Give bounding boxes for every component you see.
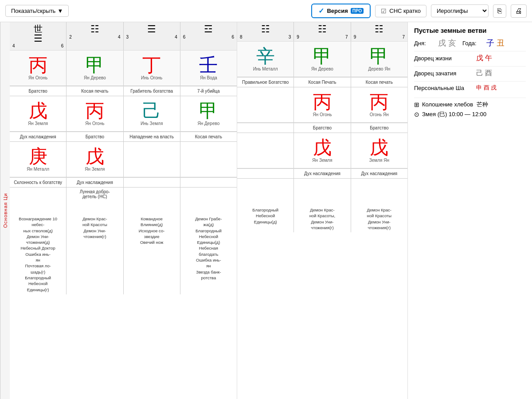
big-char-r0-1: 辛	[256, 47, 275, 66]
role-r2-2: Братство	[351, 123, 407, 133]
side-label: Основная Ци	[0, 22, 10, 399]
hex-bot-r2: 7	[402, 35, 405, 39]
big-char-r1-3: 戊	[313, 138, 332, 157]
rp-harvest-text: Колошение хлебов	[422, 101, 473, 108]
rp-day-chars: 戌 亥	[438, 38, 456, 48]
share-icon: ⎘	[497, 7, 502, 15]
hex-bot-1: 4	[118, 35, 121, 39]
notes-main-r1: Демон Крас-ной Красоты,Демон Уни-чтожени…	[294, 205, 351, 232]
role-1-1: Косая печать	[66, 86, 123, 96]
role-r2-1: Косая печать	[351, 78, 407, 87]
hieroglyph-select[interactable]: Иероглифы	[431, 4, 489, 17]
role-2-1: Грабитель богатства	[124, 86, 180, 96]
rp-time-text: Змея (巳) 10:00 — 12:00	[422, 110, 486, 118]
chc-button[interactable]: ☑ СНС кратко	[375, 5, 426, 17]
show-hide-button[interactable]: Показать/скрыть ▼	[5, 5, 69, 17]
char-cell-r1-1: 甲 Ян Дерево	[294, 42, 351, 77]
rp-year-char-1: 子	[486, 39, 494, 47]
notes-main-r0: БлагородныйНебеснойЕдиницы(д)	[237, 205, 294, 232]
notes-top-r0	[237, 179, 294, 205]
rp-conception-label: Дворец зачатия	[414, 70, 476, 77]
role-3-2: Косая печать	[180, 132, 237, 142]
element-1-1: Ян Дерево	[84, 75, 106, 80]
big-char-0-2: 戊	[29, 102, 47, 120]
notes-top-r2	[351, 179, 407, 205]
char-cell-2-2: 己 Инь Земля	[124, 96, 180, 132]
hexagram-row-left: 世 ☰ 4 6 ☷ 2 4	[10, 22, 237, 51]
info-row-2-left: Дух наслаждения Братство Нападение на вл…	[10, 132, 237, 142]
hex-top-0: 4	[12, 43, 15, 48]
hex-cell-2: ☰ 3 4	[124, 22, 180, 50]
notes-main-1: Демон Крас-ной Красоты Демон Уни-чтожени…	[66, 214, 123, 294]
big-char-r2-3: 戊	[370, 138, 388, 157]
role-1-2: Братство	[66, 132, 123, 142]
element-r2-1: Дерево Ян	[368, 66, 390, 71]
role-r2-3: Дух наслаждения	[351, 169, 407, 179]
role-r1-3: Дух наслаждения	[294, 169, 351, 179]
hex-bot-r0: 3	[289, 35, 291, 39]
element-r1-3: Ян Земля	[312, 158, 332, 163]
element-1-2: Ян Огонь	[85, 121, 104, 126]
rp-day-char-1: 戌	[438, 39, 446, 47]
version-label: Версия	[327, 8, 348, 14]
hex-symbol-r2: ☷	[354, 24, 405, 35]
notes-top-right	[237, 179, 407, 205]
rp-personal-sha-row: Персональные Ша 申 酉 戌	[414, 81, 526, 94]
char-cell-r0-2	[237, 87, 294, 123]
hex-symbol-1: ☷	[69, 24, 120, 35]
rp-life-palace-val1: 戊	[476, 54, 483, 63]
element-r0-1: Инь Металл	[253, 66, 278, 71]
rp-conception-val2: 酉	[485, 69, 492, 78]
rp-year-label: Года:	[462, 40, 485, 47]
hex-top-r0: 8	[240, 35, 243, 39]
char-row-1-right: 辛 Инь Металл 甲 Ян Дерево 甲 Дерево Ян	[237, 42, 407, 78]
rp-day-char-2: 亥	[448, 39, 456, 47]
char-row-2-right: 丙 Ян Огонь 丙 Огонь Ян	[237, 87, 407, 123]
char-cell-1-1: 甲 Ян Дерево	[66, 51, 123, 86]
char-row-2-left: 戊 Ян Земля 丙 Ян Огонь 己 Инь Земля 甲 Ян Д…	[10, 96, 237, 132]
hex-cell-1: ☷ 2 4	[66, 22, 123, 50]
role-r0-2	[237, 123, 294, 133]
role-r1-1: Косая Печать	[294, 78, 351, 87]
hexagram-row-right: ☷ 8 3 ☷ 9 7	[237, 22, 407, 42]
char-cell-r0-1: 辛 Инь Металл	[237, 42, 294, 77]
version-button[interactable]: ✓ Версия ПРО	[311, 4, 371, 18]
element-3-1: Ян Вода	[200, 75, 217, 80]
check-icon: ✓	[318, 7, 324, 15]
element-3-2: Ян Дерево	[198, 121, 220, 126]
hex-symbol-2: ☰	[126, 24, 177, 35]
notes-main-0: Вознаграждение 10 небес-ных стволов(д) Д…	[10, 214, 66, 294]
big-char-3-2: 甲	[199, 102, 218, 120]
harvest-icon: ⊞	[414, 101, 419, 108]
rp-year-char-2: 丑	[497, 39, 505, 47]
notes-main-3: Демон Грабе-жа(д) БлагородныйНебеснойЕди…	[180, 214, 237, 294]
time-icon: ⊙	[414, 111, 419, 118]
char-cell-3-2: 甲 Ян Дерево	[180, 96, 237, 132]
chc-check-icon: ☑	[381, 8, 387, 15]
hex-cell-r2: ☷ 9 7	[351, 22, 407, 41]
hex-bot-3: 6	[231, 35, 234, 39]
char-cell-3-1: 壬 Ян Вода	[180, 51, 237, 86]
print-button[interactable]: 🖨	[511, 4, 527, 18]
share-button[interactable]: ⎘	[493, 4, 506, 18]
notes-top-r1	[294, 179, 351, 205]
hex-symbol-3: ☲	[183, 24, 234, 35]
char-cell-0-3: 庚 Ян Металл	[10, 142, 66, 177]
info-row-1-right: Правильное Богатство Косая Печать Косая …	[237, 78, 407, 87]
notes-top-2	[124, 188, 180, 214]
notes-top-0	[10, 188, 66, 214]
big-char-r1-1: 甲	[313, 47, 332, 66]
element-2-2: Инь Земля	[141, 121, 163, 126]
rp-conception-row: Дворец зачатия 己 酉	[414, 66, 526, 80]
notes-main-r2: Демон Крас-ной КрасотыДемон Уни-чтожения…	[351, 205, 407, 232]
char-cell-r2-2: 丙 Огонь Ян	[351, 87, 407, 123]
big-char-r1-2: 丙	[313, 93, 332, 111]
role-1-3: Дух наслаждения	[66, 178, 123, 188]
element-0-1: Ян Огонь	[28, 75, 47, 80]
big-char-r2-1: 甲	[370, 47, 388, 66]
rp-conception-val1: 己	[476, 69, 483, 78]
rp-personal-sha-val: 申 酉 戌	[476, 84, 497, 92]
char-row-3-right: 戊 Ян Земля 戊 Земля Ян	[237, 133, 407, 169]
big-char-2-2: 己	[142, 102, 161, 120]
element-0-2: Ян Земля	[28, 121, 48, 126]
